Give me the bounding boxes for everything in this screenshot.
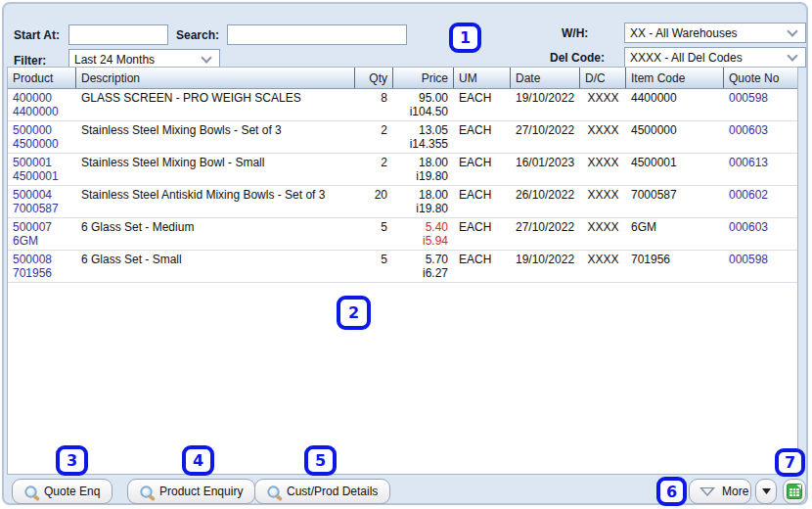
qty-cell: 2 [355,121,393,153]
product-code-cell: 500008701956 [8,251,76,282]
annotation-badge-7: 7 [775,448,805,477]
item-code-cell: 4500001 [626,154,724,185]
more-dropdown-button[interactable] [755,479,777,504]
column-header-price[interactable]: Price [393,68,454,88]
table-row[interactable]: 5000076GM 6 Glass Set - Medium 5 5.40i5.… [8,218,797,251]
item-code-cell: 4500000 [626,121,724,153]
quote-enquiry-panel: Start At: Search: Filter: Last 24 Months… [2,2,808,505]
product-code-cell: 5000004500000 [8,121,76,153]
dc-cell: XXXX [580,154,626,185]
product-code-cell: 5000047000587 [8,186,76,217]
annotation-badge-4: 4 [182,445,214,476]
export-excel-button[interactable] [783,479,806,504]
dc-cell: XXXX [580,121,626,153]
um-cell: EACH [454,186,511,217]
search-label: Search: [176,28,219,42]
table-row[interactable]: 4000004400000 GLASS SCREEN - PRO WEIGH S… [8,89,797,121]
del-code-value: XXXX - All Del Codes [630,51,789,65]
cust-prod-details-label: Cust/Prod Details [287,485,378,498]
description-cell: 6 Glass Set - Medium [76,218,355,250]
um-cell: EACH [454,218,511,250]
triangle-down-icon [699,487,715,496]
column-header-um[interactable]: UM [454,68,511,88]
um-cell: EACH [454,89,511,120]
column-header-dc[interactable]: D/C [580,68,626,88]
search-input[interactable] [228,25,406,44]
price-cell: 18.00i19.80 [393,186,454,217]
dc-cell: XXXX [580,251,626,282]
qty-cell: 5 [355,218,393,250]
chevron-down-icon [201,52,211,63]
product-enquiry-label: Product Enquiry [159,485,243,498]
um-cell: EACH [454,154,511,185]
price-cell: 18.00i19.80 [393,154,454,185]
quote-no-link[interactable]: 000598 [724,89,797,120]
del-code-label: Del Code: [550,51,605,65]
product-code-cell: 5000076GM [8,218,76,250]
price-cell: 5.40i5.94 [393,218,454,250]
qty-cell: 2 [355,154,393,185]
magnifier-icon [140,486,152,497]
quote-enq-label: Quote Enq [44,485,100,498]
caret-down-icon [762,488,771,494]
um-cell: EACH [454,251,511,282]
table-row[interactable]: 5000004500000 Stainless Steel Mixing Bow… [8,121,797,154]
quote-no-link[interactable]: 000613 [724,154,797,185]
chevron-down-icon [787,25,797,36]
magnifier-icon [24,486,36,497]
table-body: 4000004400000 GLASS SCREEN - PRO WEIGH S… [8,89,797,283]
column-header-product[interactable]: Product [8,68,76,88]
search-field[interactable] [227,24,407,45]
date-cell: 19/10/2022 [511,89,580,120]
annotation-badge-2: 2 [337,296,371,330]
qty-cell: 20 [355,186,393,217]
excel-icon [787,484,802,499]
chevron-down-icon [787,50,797,61]
quote-no-link[interactable]: 000598 [724,251,797,282]
date-cell: 16/01/2023 [511,154,580,185]
date-cell: 27/10/2022 [511,218,580,250]
date-cell: 19/10/2022 [511,251,580,282]
quote-no-link[interactable]: 000603 [724,121,797,153]
dc-cell: XXXX [580,218,626,250]
product-code-cell: 5000014500001 [8,154,76,185]
column-header-item-code[interactable]: Item Code [626,68,724,88]
filter-value: Last 24 Months [74,53,203,67]
qty-cell: 5 [355,251,393,282]
quote-enq-button[interactable]: Quote Enq [12,479,113,504]
column-header-date[interactable]: Date [511,68,580,88]
more-button[interactable]: More [689,479,751,504]
dc-cell: XXXX [580,89,626,120]
price-cell: 95.00i104.50 [393,89,454,120]
magnifier-icon [267,486,279,497]
annotation-badge-5: 5 [304,445,337,476]
column-header-quote-no[interactable]: Quote No [724,68,797,88]
del-code-dropdown[interactable]: XXXX - All Del Codes [624,47,806,68]
product-enquiry-button[interactable]: Product Enquiry [127,479,255,504]
quote-no-link[interactable]: 000602 [724,186,797,217]
description-cell: GLASS SCREEN - PRO WEIGH SCALES [76,89,355,120]
table-row[interactable]: 500008701956 6 Glass Set - Small 5 5.70i… [8,251,797,283]
quote-no-link[interactable]: 000603 [724,218,797,250]
cust-prod-details-button[interactable]: Cust/Prod Details [254,479,390,504]
description-cell: Stainless Steel Antiskid Mixing Bowls - … [76,186,355,217]
results-table: Product Description Qty Price UM Date D/… [7,67,798,475]
item-code-cell: 7000587 [626,186,724,217]
warehouse-dropdown[interactable]: XX - All Warehouses [624,23,806,43]
annotation-badge-6: 6 [656,477,687,506]
item-code-cell: 701956 [626,251,724,282]
column-header-description[interactable]: Description [76,68,355,88]
date-cell: 27/10/2022 [511,121,580,153]
table-row[interactable]: 5000047000587 Stainless Steel Antiskid M… [8,186,797,218]
filter-label: Filter: [14,54,46,68]
product-code-cell: 4000004400000 [8,89,76,120]
item-code-cell: 6GM [626,218,724,250]
column-header-qty[interactable]: Qty [355,68,393,88]
description-cell: 6 Glass Set - Small [76,251,355,282]
table-row[interactable]: 5000014500001 Stainless Steel Mixing Bow… [8,154,797,186]
annotation-badge-3: 3 [56,445,88,476]
price-cell: 13.05i14.355 [393,121,454,153]
warehouse-label: W/H: [562,26,588,40]
date-cell: 26/10/2022 [511,186,580,217]
start-at-field[interactable] [68,24,168,45]
